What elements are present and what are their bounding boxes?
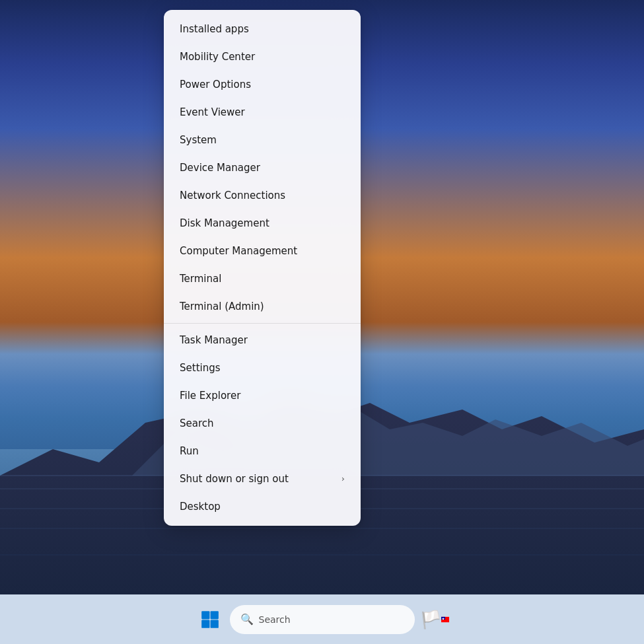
menu-item-installed-apps[interactable]: Installed apps (164, 15, 361, 43)
menu-item-disk-management[interactable]: Disk Management (164, 209, 361, 237)
svg-rect-11 (210, 620, 218, 627)
flag-emoji: 🏳️ (420, 610, 441, 629)
menu-item-label-terminal: Terminal (180, 273, 221, 285)
menu-item-label-run: Run (180, 445, 199, 457)
flag-image (441, 612, 449, 627)
menu-item-label-device-manager: Device Manager (180, 162, 260, 174)
menu-item-label-power-options: Power Options (180, 79, 251, 90)
menu-item-shut-down-sign-out[interactable]: Shut down or sign out› (164, 465, 361, 493)
submenu-arrow-icon: › (341, 474, 345, 484)
svg-rect-9 (210, 611, 218, 619)
menu-item-settings[interactable]: Settings (164, 354, 361, 382)
menu-item-computer-management[interactable]: Computer Management (164, 237, 361, 265)
menu-item-label-file-explorer: File Explorer (180, 390, 240, 402)
menu-item-label-system: System (180, 134, 217, 146)
menu-separator (164, 323, 361, 324)
menu-item-terminal[interactable]: Terminal (164, 265, 361, 293)
search-bar[interactable]: 🔍 Search (230, 605, 415, 634)
menu-item-desktop[interactable]: Desktop (164, 493, 361, 520)
menu-item-file-explorer[interactable]: File Explorer (164, 382, 361, 410)
svg-rect-8 (201, 611, 209, 619)
menu-item-run[interactable]: Run (164, 437, 361, 465)
flag-icon[interactable]: 🏳️ (420, 605, 449, 634)
menu-item-search[interactable]: Search (164, 410, 361, 437)
menu-item-task-manager[interactable]: Task Manager (164, 326, 361, 354)
search-icon: 🔍 (240, 613, 254, 626)
taskbar: 🔍 Search 🏳️ (0, 594, 644, 644)
menu-item-power-options[interactable]: Power Options (164, 71, 361, 98)
menu-item-label-search: Search (180, 417, 214, 429)
svg-rect-10 (201, 620, 209, 627)
menu-item-label-network-connections: Network Connections (180, 190, 285, 201)
menu-item-terminal-admin[interactable]: Terminal (Admin) (164, 293, 361, 320)
menu-item-mobility-center[interactable]: Mobility Center (164, 43, 361, 71)
menu-item-device-manager[interactable]: Device Manager (164, 154, 361, 182)
menu-item-label-desktop: Desktop (180, 501, 221, 513)
menu-item-label-event-viewer: Event Viewer (180, 106, 245, 118)
menu-item-label-mobility-center: Mobility Center (180, 51, 255, 63)
menu-item-label-terminal-admin: Terminal (Admin) (180, 301, 264, 312)
menu-item-label-computer-management: Computer Management (180, 245, 297, 257)
menu-item-label-disk-management: Disk Management (180, 217, 269, 229)
menu-item-label-settings: Settings (180, 362, 221, 374)
windows-logo-icon (201, 610, 219, 629)
menu-item-label-task-manager: Task Manager (180, 334, 248, 346)
menu-item-event-viewer[interactable]: Event Viewer (164, 98, 361, 126)
context-menu: Installed appsMobility CenterPower Optio… (164, 10, 361, 526)
start-button[interactable] (196, 605, 225, 634)
menu-item-network-connections[interactable]: Network Connections (164, 182, 361, 209)
menu-item-label-installed-apps: Installed apps (180, 23, 249, 35)
menu-item-label-shut-down-sign-out: Shut down or sign out (180, 473, 289, 485)
search-placeholder: Search (259, 614, 404, 625)
menu-item-system[interactable]: System (164, 126, 361, 154)
